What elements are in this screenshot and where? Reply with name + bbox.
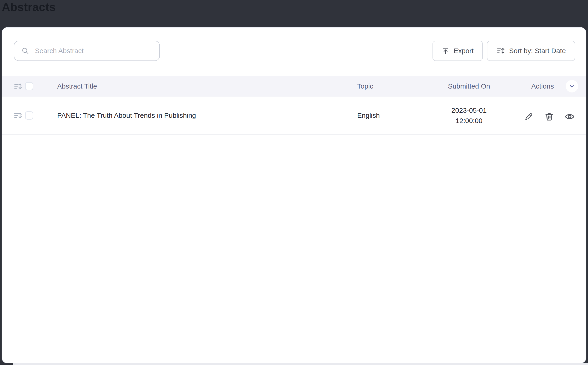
abstracts-page: Abstracts Export — [0, 0, 588, 365]
row-submitted-on: 2023-05-01 12:00:00 — [432, 97, 506, 134]
row-abstract-title: PANEL: The Truth About Trends in Publish… — [57, 97, 196, 134]
trash-icon — [544, 112, 554, 121]
column-header-actions: Actions — [531, 76, 554, 97]
abstracts-card: Export Sort by: Start Date Abstract Titl… — [2, 27, 586, 363]
row-checkbox[interactable] — [25, 111, 33, 119]
row-submitted-date: 2023-05-01 — [451, 105, 487, 115]
search-input[interactable] — [34, 47, 134, 55]
view-button[interactable] — [565, 112, 575, 122]
page-title: Abstracts — [2, 0, 56, 14]
header-sort-drag-icon[interactable] — [14, 76, 22, 97]
delete-button[interactable] — [544, 112, 554, 122]
row-topic: English — [357, 97, 380, 134]
column-header-submitted-on[interactable]: Submitted On — [432, 76, 506, 97]
sort-lines-arrow-icon — [496, 46, 505, 55]
sort-button-label: Sort by: Start Date — [509, 47, 566, 55]
column-header-abstract-title[interactable]: Abstract Title — [57, 76, 97, 97]
row-submitted-time: 12:00:00 — [456, 115, 483, 126]
table-row[interactable]: PANEL: The Truth About Trends in Publish… — [2, 97, 586, 134]
row-actions — [524, 97, 575, 134]
select-all-checkbox[interactable] — [25, 82, 33, 90]
export-button-label: Export — [454, 47, 474, 55]
search-box[interactable] — [14, 41, 160, 61]
eye-icon — [564, 111, 575, 122]
row-sort-drag-icon[interactable] — [14, 97, 22, 134]
sort-button[interactable]: Sort by: Start Date — [487, 41, 575, 61]
pencil-icon — [524, 112, 534, 121]
column-header-topic[interactable]: Topic — [357, 76, 373, 97]
search-icon — [21, 47, 29, 55]
edit-button[interactable] — [524, 112, 534, 122]
table-header: Abstract Title Topic Submitted On Action… — [2, 76, 586, 97]
header-collapse-button[interactable] — [566, 80, 578, 92]
export-icon — [442, 47, 450, 55]
export-button[interactable]: Export — [433, 41, 483, 61]
chevron-down-icon — [568, 83, 575, 90]
